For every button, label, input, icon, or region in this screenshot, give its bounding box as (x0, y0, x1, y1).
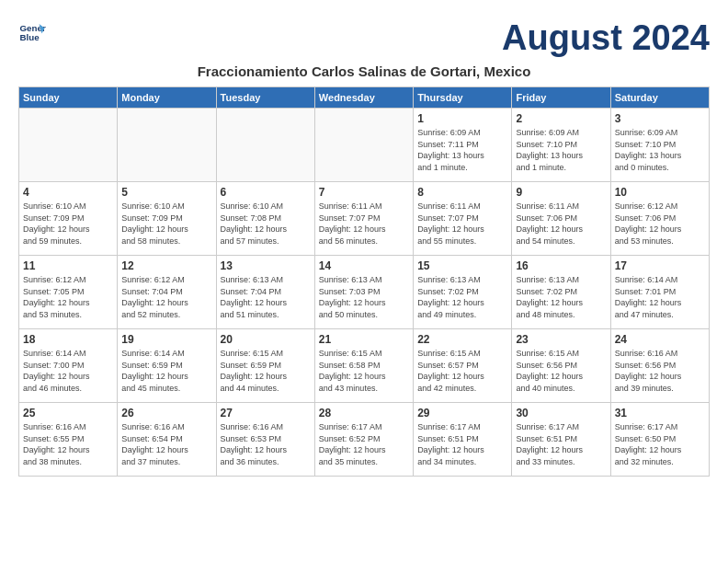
weekday-header-saturday: Saturday (610, 87, 709, 109)
calendar-cell: 24Sunrise: 6:16 AM Sunset: 6:56 PM Dayli… (610, 329, 709, 403)
day-info: Sunrise: 6:16 AM Sunset: 6:53 PM Dayligh… (221, 421, 311, 467)
logo-icon: General Blue (18, 18, 46, 46)
day-number: 6 (221, 186, 311, 199)
day-number: 11 (23, 259, 113, 272)
calendar-cell: 29Sunrise: 6:17 AM Sunset: 6:51 PM Dayli… (414, 403, 512, 477)
location-title: Fraccionamiento Carlos Salinas de Gortar… (18, 63, 710, 79)
day-number: 28 (319, 407, 409, 419)
calendar-cell (216, 109, 314, 182)
calendar-table: SundayMondayTuesdayWednesdayThursdayFrid… (18, 86, 710, 477)
day-number: 26 (121, 407, 211, 419)
day-info: Sunrise: 6:11 AM Sunset: 7:06 PM Dayligh… (516, 201, 606, 247)
day-number: 4 (23, 186, 113, 199)
day-info: Sunrise: 6:13 AM Sunset: 7:03 PM Dayligh… (319, 274, 409, 320)
calendar-cell: 26Sunrise: 6:16 AM Sunset: 6:54 PM Dayli… (118, 403, 216, 477)
calendar-cell: 2Sunrise: 6:09 AM Sunset: 7:10 PM Daylig… (512, 109, 610, 182)
day-number: 1 (417, 112, 507, 125)
weekday-header-wednesday: Wednesday (314, 87, 413, 109)
calendar-cell: 6Sunrise: 6:10 AM Sunset: 7:08 PM Daylig… (216, 182, 314, 256)
calendar-cell: 30Sunrise: 6:17 AM Sunset: 6:51 PM Dayli… (512, 403, 610, 477)
logo: General Blue (18, 18, 46, 46)
day-info: Sunrise: 6:17 AM Sunset: 6:52 PM Dayligh… (319, 421, 409, 467)
calendar-cell (19, 109, 118, 182)
day-number: 19 (121, 333, 211, 346)
day-info: Sunrise: 6:13 AM Sunset: 7:02 PM Dayligh… (417, 274, 507, 320)
day-info: Sunrise: 6:15 AM Sunset: 6:56 PM Dayligh… (516, 348, 606, 394)
weekday-header-monday: Monday (118, 87, 216, 109)
day-info: Sunrise: 6:15 AM Sunset: 6:58 PM Dayligh… (319, 348, 409, 394)
day-info: Sunrise: 6:17 AM Sunset: 6:50 PM Dayligh… (615, 421, 705, 467)
day-number: 9 (516, 186, 606, 199)
day-info: Sunrise: 6:09 AM Sunset: 7:10 PM Dayligh… (615, 127, 705, 173)
day-number: 30 (516, 407, 606, 419)
day-number: 13 (221, 259, 311, 272)
day-info: Sunrise: 6:17 AM Sunset: 6:51 PM Dayligh… (417, 421, 507, 467)
day-number: 21 (319, 333, 409, 346)
day-info: Sunrise: 6:16 AM Sunset: 6:54 PM Dayligh… (121, 421, 211, 467)
day-info: Sunrise: 6:13 AM Sunset: 7:02 PM Dayligh… (516, 274, 606, 320)
calendar-cell: 4Sunrise: 6:10 AM Sunset: 7:09 PM Daylig… (19, 182, 118, 256)
calendar-cell (118, 109, 216, 182)
day-info: Sunrise: 6:13 AM Sunset: 7:04 PM Dayligh… (221, 274, 311, 320)
day-number: 25 (23, 407, 113, 419)
day-number: 16 (516, 259, 606, 272)
day-info: Sunrise: 6:11 AM Sunset: 7:07 PM Dayligh… (417, 201, 507, 247)
day-number: 20 (221, 333, 311, 346)
calendar-cell: 5Sunrise: 6:10 AM Sunset: 7:09 PM Daylig… (118, 182, 216, 256)
month-title: August 2024 (502, 18, 710, 58)
day-info: Sunrise: 6:10 AM Sunset: 7:08 PM Dayligh… (221, 201, 311, 247)
day-number: 23 (516, 333, 606, 346)
weekday-header-tuesday: Tuesday (216, 87, 314, 109)
day-info: Sunrise: 6:09 AM Sunset: 7:10 PM Dayligh… (516, 127, 606, 173)
calendar-cell: 27Sunrise: 6:16 AM Sunset: 6:53 PM Dayli… (216, 403, 314, 477)
day-number: 27 (221, 407, 311, 419)
calendar-cell: 16Sunrise: 6:13 AM Sunset: 7:02 PM Dayli… (512, 256, 610, 329)
day-info: Sunrise: 6:15 AM Sunset: 6:59 PM Dayligh… (221, 348, 311, 394)
calendar-cell: 20Sunrise: 6:15 AM Sunset: 6:59 PM Dayli… (216, 329, 314, 403)
day-info: Sunrise: 6:14 AM Sunset: 7:00 PM Dayligh… (23, 348, 113, 394)
calendar-cell: 11Sunrise: 6:12 AM Sunset: 7:05 PM Dayli… (19, 256, 118, 329)
calendar-cell: 25Sunrise: 6:16 AM Sunset: 6:55 PM Dayli… (19, 403, 118, 477)
calendar-cell: 7Sunrise: 6:11 AM Sunset: 7:07 PM Daylig… (314, 182, 413, 256)
day-number: 3 (615, 112, 705, 125)
day-number: 24 (615, 333, 705, 346)
day-info: Sunrise: 6:15 AM Sunset: 6:57 PM Dayligh… (417, 348, 507, 394)
calendar-cell: 8Sunrise: 6:11 AM Sunset: 7:07 PM Daylig… (414, 182, 512, 256)
day-number: 10 (615, 186, 705, 199)
calendar-cell (314, 109, 413, 182)
day-info: Sunrise: 6:14 AM Sunset: 6:59 PM Dayligh… (121, 348, 211, 394)
day-info: Sunrise: 6:16 AM Sunset: 6:56 PM Dayligh… (615, 348, 705, 394)
calendar-cell: 18Sunrise: 6:14 AM Sunset: 7:00 PM Dayli… (19, 329, 118, 403)
weekday-header-sunday: Sunday (19, 87, 118, 109)
day-number: 31 (615, 407, 705, 419)
day-number: 8 (417, 186, 507, 199)
day-info: Sunrise: 6:11 AM Sunset: 7:07 PM Dayligh… (319, 201, 409, 247)
calendar-cell: 14Sunrise: 6:13 AM Sunset: 7:03 PM Dayli… (314, 256, 413, 329)
calendar-cell: 21Sunrise: 6:15 AM Sunset: 6:58 PM Dayli… (314, 329, 413, 403)
day-info: Sunrise: 6:12 AM Sunset: 7:06 PM Dayligh… (615, 201, 705, 247)
day-number: 14 (319, 259, 409, 272)
day-info: Sunrise: 6:10 AM Sunset: 7:09 PM Dayligh… (121, 201, 211, 247)
day-number: 22 (417, 333, 507, 346)
calendar-cell: 9Sunrise: 6:11 AM Sunset: 7:06 PM Daylig… (512, 182, 610, 256)
calendar-cell: 22Sunrise: 6:15 AM Sunset: 6:57 PM Dayli… (414, 329, 512, 403)
day-number: 7 (319, 186, 409, 199)
day-info: Sunrise: 6:12 AM Sunset: 7:04 PM Dayligh… (121, 274, 211, 320)
day-info: Sunrise: 6:14 AM Sunset: 7:01 PM Dayligh… (615, 274, 705, 320)
calendar-cell: 1Sunrise: 6:09 AM Sunset: 7:11 PM Daylig… (414, 109, 512, 182)
calendar-cell: 17Sunrise: 6:14 AM Sunset: 7:01 PM Dayli… (610, 256, 709, 329)
calendar-cell: 31Sunrise: 6:17 AM Sunset: 6:50 PM Dayli… (610, 403, 709, 477)
calendar-cell: 23Sunrise: 6:15 AM Sunset: 6:56 PM Dayli… (512, 329, 610, 403)
day-number: 29 (417, 407, 507, 419)
calendar-cell: 10Sunrise: 6:12 AM Sunset: 7:06 PM Dayli… (610, 182, 709, 256)
day-info: Sunrise: 6:10 AM Sunset: 7:09 PM Dayligh… (23, 201, 113, 247)
day-info: Sunrise: 6:17 AM Sunset: 6:51 PM Dayligh… (516, 421, 606, 467)
calendar-cell: 15Sunrise: 6:13 AM Sunset: 7:02 PM Dayli… (414, 256, 512, 329)
day-info: Sunrise: 6:09 AM Sunset: 7:11 PM Dayligh… (417, 127, 507, 173)
weekday-header-thursday: Thursday (414, 87, 512, 109)
day-number: 18 (23, 333, 113, 346)
day-info: Sunrise: 6:12 AM Sunset: 7:05 PM Dayligh… (23, 274, 113, 320)
day-number: 12 (121, 259, 211, 272)
weekday-header-friday: Friday (512, 87, 610, 109)
calendar-cell: 12Sunrise: 6:12 AM Sunset: 7:04 PM Dayli… (118, 256, 216, 329)
